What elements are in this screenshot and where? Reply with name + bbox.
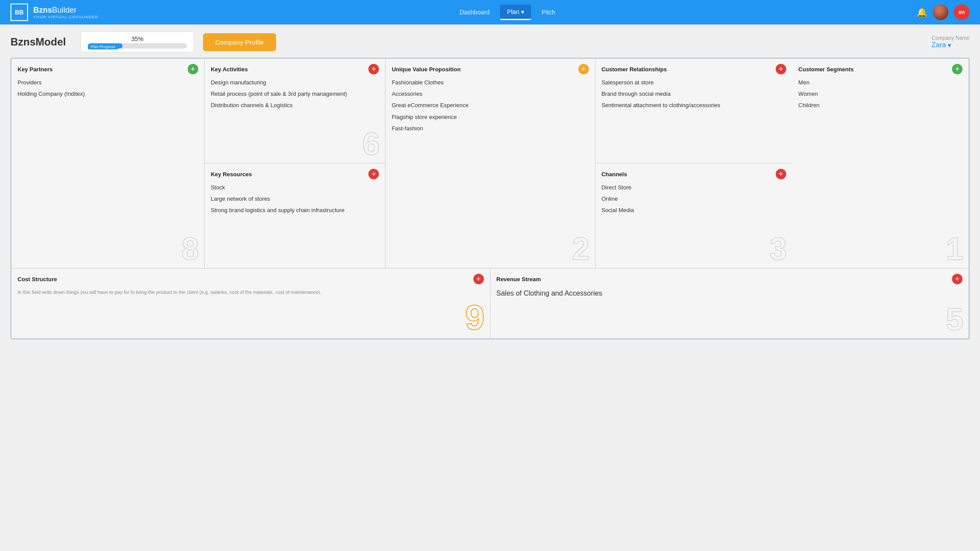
uvp-header: Unique Value Proposition + xyxy=(392,64,588,74)
key-activities-column: Key Activities + Design manufacturing Re… xyxy=(205,59,386,268)
customer-relationships-column: Customer Relationships + Salesperson at … xyxy=(595,59,792,268)
uvp-item-1: Accessories xyxy=(392,90,588,98)
revenue-stream-add-button[interactable]: + xyxy=(952,274,962,284)
key-resources-cell: Key Resources + Stock Large network of s… xyxy=(205,164,385,268)
chevron-down-icon: ▾ xyxy=(521,8,524,15)
app-header: BB BznsBuilder YOUR VIRTUAL COFOUNDER Da… xyxy=(0,0,980,24)
key-activities-watermark: 6 xyxy=(362,128,380,160)
uvp-add-button[interactable]: + xyxy=(578,64,589,74)
customer-segments-add-button[interactable]: + xyxy=(952,64,962,74)
canvas-top-row: Key Partners + Providers Holding Company… xyxy=(11,59,969,269)
key-partners-item-1: Holding Company (Inditex) xyxy=(18,90,198,98)
key-resources-title: Key Resources xyxy=(211,171,252,178)
progress-tag: Plan Progress xyxy=(88,44,118,49)
channels-header: Channels + xyxy=(602,169,786,179)
customer-segments-watermark: 1 xyxy=(946,233,963,265)
channels-cell: Channels + Direct Store Online Social Me… xyxy=(595,164,792,268)
key-partners-title: Key Partners xyxy=(18,66,52,73)
key-activities-item-2: Distribution channels & Logistics xyxy=(211,101,379,109)
customer-segments-cell: Customer Segments + Men Women Children 1 xyxy=(792,59,969,268)
brand-name: BznsBuilder xyxy=(33,6,98,15)
cost-structure-add-button[interactable]: + xyxy=(473,274,484,284)
customer-segments-header: Customer Segments + xyxy=(798,64,962,74)
page-header: BznsModel 35% Plan Progress Company Prof… xyxy=(10,31,970,52)
cost-structure-header: Cost Structure + xyxy=(18,274,484,284)
revenue-stream-watermark: 5 xyxy=(946,303,963,335)
channels-item-1: Online xyxy=(602,195,786,203)
customer-segments-item-0: Men xyxy=(798,79,962,87)
channels-add-button[interactable]: + xyxy=(776,169,786,179)
company-name-selector[interactable]: Zara ▾ xyxy=(931,41,970,49)
progress-percent: 35% xyxy=(131,35,144,42)
customer-relationships-cell: Customer Relationships + Salesperson at … xyxy=(595,59,792,164)
company-name-label: Company Name xyxy=(931,35,970,41)
channels-title: Channels xyxy=(602,171,627,178)
channels-item-2: Social Media xyxy=(602,206,786,214)
customer-relationships-add-button[interactable]: + xyxy=(776,64,786,74)
customer-segments-item-2: Children xyxy=(798,101,962,109)
tagline: YOUR VIRTUAL COFOUNDER xyxy=(33,15,98,19)
revenue-stream-item-0: Sales of Clothing and Accessories xyxy=(497,289,963,298)
key-partners-cell: Key Partners + Providers Holding Company… xyxy=(11,59,205,268)
company-name-area: Company Name Zara ▾ xyxy=(931,35,970,49)
key-activities-add-button[interactable]: + xyxy=(368,64,379,74)
revenue-stream-title: Revenue Stream xyxy=(497,276,541,282)
customer-relationships-item-2: Sentimental attachment to clothing/acces… xyxy=(602,101,786,109)
key-activities-item-1: Retail process (point of sale & 3rd part… xyxy=(211,90,379,98)
key-resources-item-2: Strong brand logistics and supply chain … xyxy=(211,206,379,214)
key-activities-header: Key Activities + xyxy=(211,64,379,74)
customer-relationships-item-0: Salesperson at store xyxy=(602,79,786,87)
nav-dashboard[interactable]: Dashboard xyxy=(452,5,497,19)
customer-relationships-item-1: Brand through social media xyxy=(602,90,786,98)
language-button[interactable]: en xyxy=(954,4,970,20)
cost-structure-description: In this field write down things you will… xyxy=(18,289,484,296)
revenue-stream-header: Revenue Stream + xyxy=(497,274,963,284)
main-nav: Dashboard Plan ▾ Pitch xyxy=(452,5,562,20)
page-title: BznsModel xyxy=(10,36,72,48)
logo-text: BznsBuilder YOUR VIRTUAL COFOUNDER xyxy=(33,6,98,19)
nav-pitch[interactable]: Pitch xyxy=(535,5,562,19)
uvp-title: Unique Value Proposition xyxy=(392,66,460,73)
progress-area: 35% Plan Progress xyxy=(80,31,194,52)
avatar-image xyxy=(933,4,948,20)
key-activities-cell: Key Activities + Design manufacturing Re… xyxy=(205,59,385,164)
revenue-stream-cell: Revenue Stream + Sales of Clothing and A… xyxy=(490,269,969,338)
key-resources-item-0: Stock xyxy=(211,184,379,192)
cost-structure-watermark: 9 xyxy=(465,300,485,335)
customer-segments-item-1: Women xyxy=(798,90,962,98)
canvas-bottom-row: Cost Structure + In this field write dow… xyxy=(11,269,969,338)
header-right: 🔔 en xyxy=(917,4,970,20)
channels-watermark: 3 xyxy=(770,233,787,265)
key-partners-add-button[interactable]: + xyxy=(188,64,198,74)
customer-relationships-header: Customer Relationships + xyxy=(602,64,786,74)
logo-box: BB xyxy=(10,3,28,21)
cost-structure-title: Cost Structure xyxy=(18,276,57,282)
business-model-canvas: Key Partners + Providers Holding Company… xyxy=(10,58,970,339)
header-left: BB BznsBuilder YOUR VIRTUAL COFOUNDER xyxy=(10,3,98,21)
customer-relationships-title: Customer Relationships xyxy=(602,66,667,73)
uvp-item-2: Great eCommerce Experience xyxy=(392,101,588,109)
key-resources-item-1: Large network of stores xyxy=(211,195,379,203)
company-profile-button[interactable]: Company Profile xyxy=(203,33,276,51)
nav-plan[interactable]: Plan ▾ xyxy=(500,5,531,20)
customer-segments-title: Customer Segments xyxy=(798,66,854,73)
key-partners-item-0: Providers xyxy=(18,79,198,87)
uvp-item-3: Flagship store experience xyxy=(392,113,588,121)
uvp-cell: Unique Value Proposition + Fashionable C… xyxy=(385,59,595,268)
channels-item-0: Direct Store xyxy=(602,184,786,192)
key-activities-item-0: Design manufacturing xyxy=(211,79,379,87)
key-resources-header: Key Resources + xyxy=(211,169,379,179)
key-partners-header: Key Partners + xyxy=(18,64,198,74)
bell-icon[interactable]: 🔔 xyxy=(917,7,928,17)
uvp-item-4: Fast-fashion xyxy=(392,125,588,133)
key-activities-title: Key Activities xyxy=(211,66,248,73)
uvp-item-0: Fashionable Clothes xyxy=(392,79,588,87)
cost-structure-cell: Cost Structure + In this field write dow… xyxy=(11,269,490,338)
main-content: BznsModel 35% Plan Progress Company Prof… xyxy=(0,24,980,346)
key-resources-add-button[interactable]: + xyxy=(368,169,379,179)
logo-initials: BB xyxy=(15,9,24,16)
avatar[interactable] xyxy=(933,4,948,20)
uvp-watermark: 2 xyxy=(572,233,590,265)
key-partners-watermark: 8 xyxy=(182,233,199,265)
chevron-down-icon: ▾ xyxy=(948,41,951,49)
